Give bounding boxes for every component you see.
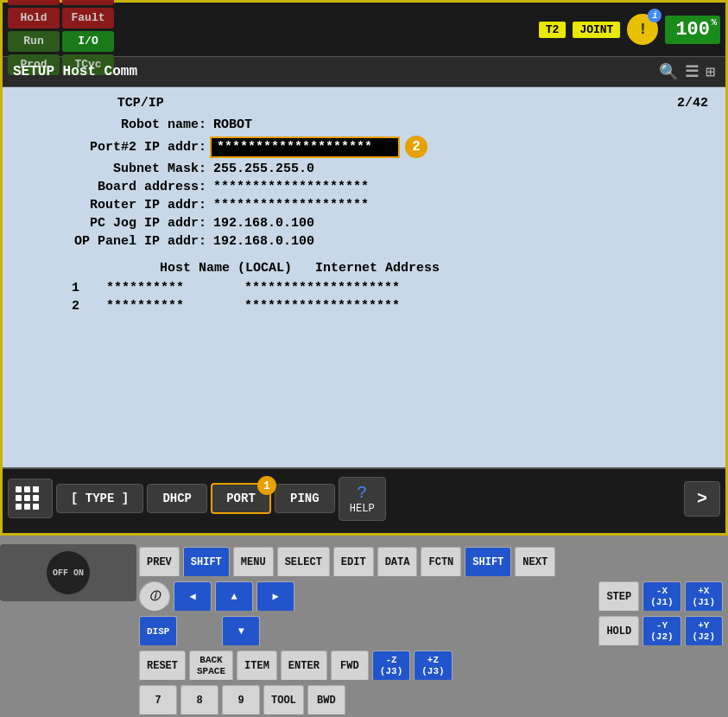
kb-row-2: ⓘ ◀ ▲ ▶ STEP -X (J1) +X (J1) xyxy=(139,581,723,612)
zoom-in-icon[interactable]: 🔍 xyxy=(659,62,678,81)
item-key[interactable]: ITEM xyxy=(237,650,277,682)
joint-badge: JOINT xyxy=(573,22,620,38)
op-panel-label: OP Panel IP addr: xyxy=(20,234,210,249)
host-num-1: 1 xyxy=(72,281,89,295)
help-icon: ? xyxy=(357,483,367,503)
backspace-key[interactable]: BACK SPACE xyxy=(189,650,233,682)
pos-x-key[interactable]: +X (J1) xyxy=(685,581,723,612)
port-badge: 1 xyxy=(257,476,276,495)
host-addr-2: ******************** xyxy=(244,299,417,314)
ping-button[interactable]: PING xyxy=(275,484,335,513)
edit-key[interactable]: EDIT xyxy=(333,547,374,578)
content-header: TCP/IP 2/42 xyxy=(20,96,708,111)
pc-jog-value: 192.168.0.100 xyxy=(210,216,708,231)
alert-icon[interactable]: i xyxy=(627,14,658,45)
fwd-key[interactable]: FWD xyxy=(331,650,369,682)
prev-key[interactable]: PREV xyxy=(139,547,180,578)
up-arrow-key[interactable]: ▲ xyxy=(215,581,253,612)
next-button[interactable]: > xyxy=(684,481,720,517)
hold-btn[interactable]: Hold xyxy=(8,8,60,29)
op-panel-row: OP Panel IP addr: 192.168.0.100 xyxy=(20,234,708,249)
hold-key[interactable]: HOLD xyxy=(598,616,639,647)
shift-key-left[interactable]: SHIFT xyxy=(183,547,230,578)
shift-key-right[interactable]: SHIFT xyxy=(465,547,511,578)
host-section-header: Host Name (LOCAL) Internet Address xyxy=(20,261,708,276)
pc-jog-row: PC Jog IP addr: 192.168.0.100 xyxy=(20,216,708,231)
bwd-key[interactable]: BWD xyxy=(307,685,345,716)
host-section-label: Host Name (LOCAL) Internet Address xyxy=(20,261,440,276)
left-panel-inner: OFF ON xyxy=(7,551,130,594)
subnet-mask-value: 255.255.255.0 xyxy=(210,162,708,176)
port2-ip-field[interactable]: ******************** xyxy=(210,136,400,158)
section-title: TCP/IP xyxy=(117,96,164,111)
board-address-value: ******************** xyxy=(210,180,708,194)
percent-badge: 100% xyxy=(665,16,720,44)
grid-icon[interactable]: ⊞ xyxy=(706,62,715,81)
step-key[interactable]: STEP xyxy=(598,581,639,612)
port-button[interactable]: PORT 1 xyxy=(211,483,271,514)
key-7[interactable]: 7 xyxy=(139,685,177,716)
info-key[interactable]: ⓘ xyxy=(139,581,170,612)
io-btn[interactable]: I/O xyxy=(62,31,114,52)
help-button[interactable]: ? HELP xyxy=(339,477,386,521)
dhcp-button[interactable]: DHCP xyxy=(147,484,207,513)
host-name-2: ********** xyxy=(106,299,227,314)
neg-x-key[interactable]: -X (J1) xyxy=(643,581,681,612)
select-key[interactable]: SELECT xyxy=(277,547,330,578)
router-ip-label: Router IP addr: xyxy=(20,198,210,213)
badge-2: 2 xyxy=(405,136,427,158)
help-label: HELP xyxy=(350,503,375,515)
reset-key[interactable]: RESET xyxy=(139,650,186,682)
toolbar: [ TYPE ] DHCP PORT 1 PING ? HELP > xyxy=(3,467,725,528)
key-8[interactable]: 8 xyxy=(180,685,218,716)
host-num-2: 2 xyxy=(72,299,89,314)
pc-jog-label: PC Jog IP addr: xyxy=(20,216,210,231)
enter-key[interactable]: ENTER xyxy=(281,650,327,682)
disp-key[interactable]: DISP xyxy=(139,616,177,647)
pos-z-key[interactable]: +Z (J3) xyxy=(414,650,452,682)
host-addr-1: ******************** xyxy=(244,281,417,295)
page-info: 2/42 xyxy=(677,96,708,111)
host-row-2: 2 ********** ******************** xyxy=(72,299,708,314)
menu-key[interactable]: MENU xyxy=(233,547,274,578)
keyboard-area: PREV SHIFT MENU SELECT EDIT DATA FCTN SH… xyxy=(134,540,728,717)
type-button[interactable]: [ TYPE ] xyxy=(56,484,143,513)
host-table: 1 ********** ******************** 2 ****… xyxy=(72,281,708,314)
grid-button[interactable] xyxy=(8,479,53,518)
neg-z-key[interactable]: -Z (J3) xyxy=(372,650,410,682)
step-btn[interactable]: Step xyxy=(62,0,114,5)
power-key[interactable]: OFF ON xyxy=(47,551,90,594)
subnet-mask-row: Subnet Mask: 255.255.255.0 xyxy=(20,162,708,176)
title-icons: 🔍 ☰ ⊞ xyxy=(659,62,715,81)
run-btn[interactable]: Run xyxy=(8,31,60,52)
port2-ip-row: Port#2 IP addr: ******************** 2 xyxy=(20,136,708,158)
port2-ip-label: Port#2 IP addr: xyxy=(20,140,210,155)
next-key[interactable]: NEXT xyxy=(515,547,555,578)
op-panel-value: 192.168.0.100 xyxy=(210,234,708,249)
fault-btn[interactable]: Fault xyxy=(62,8,114,29)
key-9[interactable]: 9 xyxy=(222,685,260,716)
page-title: SETUP Host Comm xyxy=(13,64,137,79)
router-ip-value: ******************** xyxy=(210,198,708,213)
tool-key[interactable]: TOOL xyxy=(263,685,304,716)
data-key[interactable]: DATA xyxy=(377,547,418,578)
right-arrow-key[interactable]: ▶ xyxy=(256,581,294,612)
board-address-label: Board address: xyxy=(20,180,210,194)
kb-row-3: DISP ▼ HOLD -Y (J2) +Y (J2) xyxy=(139,616,723,647)
menu-icon[interactable]: ☰ xyxy=(685,62,699,81)
down-arrow-key[interactable]: ▼ xyxy=(222,616,260,647)
busy-btn[interactable]: Busy xyxy=(8,0,60,5)
pos-y-key[interactable]: +Y (J2) xyxy=(685,616,723,647)
left-arrow-key[interactable]: ◀ xyxy=(174,581,212,612)
fctn-key[interactable]: FCTN xyxy=(421,547,461,578)
left-panel: OFF ON xyxy=(0,544,136,601)
host-name-1: ********** xyxy=(106,281,227,295)
router-ip-row: Router IP addr: ******************** xyxy=(20,198,708,213)
host-row-1: 1 ********** ******************** xyxy=(72,281,708,295)
neg-y-key[interactable]: -Y (J2) xyxy=(643,616,681,647)
kb-row-5: 7 8 9 TOOL BWD xyxy=(139,685,723,716)
status-right: T2 JOINT i 100% xyxy=(539,14,720,45)
robot-name-label: Robot name: xyxy=(20,117,210,132)
robot-name-row: Robot name: ROBOT xyxy=(20,117,708,132)
main-screen: Busy Step Hold Fault Run I/O Prod TCyc T… xyxy=(0,0,728,536)
